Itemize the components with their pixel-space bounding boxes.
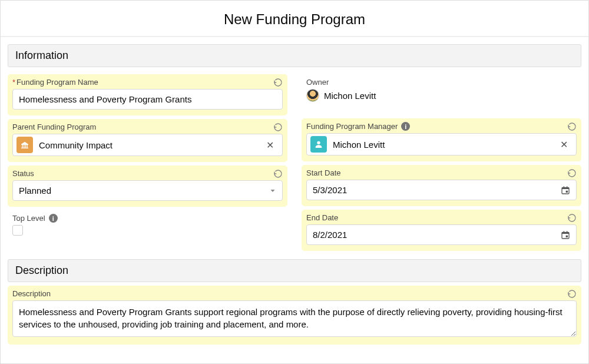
svg-rect-10	[566, 190, 568, 192]
svg-rect-4	[21, 148, 28, 148]
svg-rect-9	[567, 186, 567, 188]
label-description: Description	[12, 289, 577, 298]
right-column: Owner Michon Levitt Funding Program Mana…	[302, 71, 581, 251]
label-top-level: Top Level i	[12, 214, 283, 223]
section-description-label: Description	[15, 264, 68, 276]
textarea-description[interactable]	[12, 300, 577, 337]
undo-icon[interactable]	[567, 122, 577, 131]
section-information-header: Information	[8, 44, 581, 67]
modal-container: New Funding Program Information *Funding…	[0, 0, 589, 364]
modal-header: New Funding Program	[1, 1, 588, 37]
chevron-down-icon	[269, 187, 276, 194]
label-status: Status	[12, 169, 283, 178]
avatar-icon	[306, 89, 319, 102]
end-date-value: 8/2/2021	[313, 230, 561, 240]
svg-rect-15	[566, 235, 568, 237]
clear-icon[interactable]: ✕	[555, 139, 573, 150]
help-icon[interactable]: i	[49, 214, 58, 223]
field-description: Description	[8, 286, 581, 345]
field-funding-program-name: *Funding Program Name	[8, 74, 287, 115]
svg-rect-1	[24, 145, 24, 148]
field-parent-funding-program: Parent Funding Program Community Impact …	[8, 119, 287, 162]
user-icon	[310, 136, 327, 153]
undo-icon[interactable]	[273, 78, 283, 87]
label-owner: Owner	[306, 78, 577, 87]
undo-icon[interactable]	[567, 289, 577, 299]
lookup-manager-value: Michon Levitt	[333, 140, 550, 150]
start-date-value: 5/3/2021	[313, 185, 561, 195]
svg-rect-2	[25, 145, 26, 148]
select-status[interactable]: Planned	[12, 180, 283, 201]
owner-value-row: Michon Levitt	[306, 89, 577, 102]
field-owner: Owner Michon Levitt	[302, 74, 581, 108]
field-end-date: End Date 8/2/2021	[302, 210, 581, 251]
svg-rect-12	[562, 232, 569, 234]
required-asterisk: *	[12, 78, 15, 87]
clear-icon[interactable]: ✕	[262, 140, 279, 151]
input-end-date[interactable]: 8/2/2021	[306, 224, 577, 245]
svg-rect-13	[564, 231, 564, 233]
undo-icon[interactable]	[273, 169, 283, 178]
label-parent-funding-program: Parent Funding Program	[12, 123, 283, 131]
calendar-icon[interactable]	[561, 230, 570, 240]
svg-rect-0	[22, 145, 22, 148]
svg-rect-7	[562, 187, 569, 189]
svg-rect-14	[567, 231, 567, 233]
input-funding-program-name[interactable]	[12, 89, 283, 110]
field-top-level: Top Level i	[8, 210, 287, 241]
form-body: *Funding Program Name Parent Funding Pro…	[1, 71, 588, 251]
modal-title: New Funding Program	[1, 11, 588, 28]
lookup-parent-funding-program[interactable]: Community Impact ✕	[12, 134, 283, 156]
svg-rect-3	[27, 145, 27, 148]
description-wrap: Description	[1, 286, 588, 345]
calendar-icon[interactable]	[561, 186, 570, 195]
svg-rect-8	[564, 186, 564, 188]
lookup-parent-value: Community Impact	[39, 140, 256, 150]
field-funding-program-manager: Funding Program Manager i Michon Levitt …	[302, 118, 581, 161]
lookup-manager[interactable]: Michon Levitt ✕	[306, 133, 577, 155]
svg-point-5	[317, 141, 320, 144]
select-status-value: Planned	[19, 186, 51, 196]
building-icon	[16, 137, 33, 153]
undo-icon[interactable]	[273, 123, 283, 132]
label-end-date: End Date	[306, 213, 577, 222]
checkbox-top-level[interactable]	[12, 225, 23, 236]
field-start-date: Start Date 5/3/2021	[302, 165, 581, 206]
undo-icon[interactable]	[567, 213, 577, 223]
field-status: Status Planned	[8, 166, 287, 207]
label-funding-program-name: *Funding Program Name	[12, 78, 283, 87]
help-icon[interactable]: i	[401, 122, 410, 131]
label-funding-program-manager: Funding Program Manager i	[306, 122, 577, 131]
section-information-label: Information	[15, 49, 68, 61]
owner-name: Michon Levitt	[324, 91, 376, 101]
undo-icon[interactable]	[567, 168, 577, 178]
input-start-date[interactable]: 5/3/2021	[306, 180, 577, 200]
section-description-header: Description	[8, 259, 581, 282]
left-column: *Funding Program Name Parent Funding Pro…	[8, 71, 287, 251]
label-start-date: Start Date	[306, 168, 577, 177]
